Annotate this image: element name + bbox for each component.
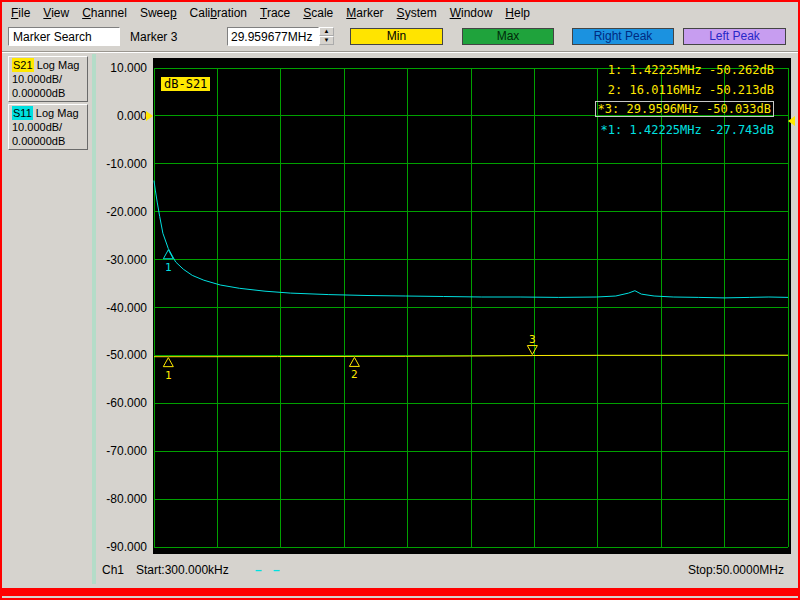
marker-frequency-input[interactable]: [227, 27, 319, 46]
bottom-red-bar: [2, 588, 798, 596]
marker-readout-3: *3: 29.9596MHz -50.033dB: [595, 101, 774, 117]
channel-label: Ch1: [102, 563, 124, 577]
trace-mode-line: S11 Log Mag: [12, 106, 84, 120]
y-axis-tick-label: 10.000: [97, 61, 147, 75]
trace-info-s11[interactable]: S11 Log Mag10.000dB/0.00000dB: [8, 104, 88, 150]
plot-area[interactable]: 1231 dB-S21 1: 1.42225MHz -50.262dB2: 16…: [153, 58, 791, 554]
y-axis-tick-label: -60.000: [97, 396, 147, 410]
marker-readout-4: *1: 1.42225MHz -27.743dB: [601, 123, 774, 137]
ref-level-pointer-right: [788, 116, 795, 126]
trace-ref-value: 0.00000dB: [12, 86, 84, 100]
trace-scale-value: 10.000dB/: [12, 72, 84, 86]
ref-level-pointer-left: [146, 111, 153, 121]
trace-ref-value: 0.00000dB: [12, 134, 84, 148]
plot-title: dB-S21: [161, 77, 210, 91]
trace-name-chip: S11: [12, 106, 33, 120]
frequency-spinner: ▲ ▼: [319, 27, 334, 46]
left-peak-button[interactable]: Left Peak: [683, 28, 786, 45]
trace-name-chip: S21: [12, 58, 34, 72]
menu-bar: FileViewChannelSweepCalibrationTraceScal…: [2, 2, 798, 24]
menu-item-file[interactable]: File: [11, 6, 30, 20]
y-axis-tick-label: 0.000: [97, 109, 147, 123]
right-peak-button[interactable]: Right Peak: [572, 28, 674, 45]
marker-number-label: Marker 3: [130, 30, 177, 44]
trace-scale-value: 10.000dB/: [12, 120, 84, 134]
toolbar-separator: [2, 51, 798, 53]
menu-item-marker[interactable]: Marker: [346, 6, 383, 20]
marker-readout-2: 2: 16.0116MHz -50.213dB: [608, 83, 774, 97]
marker-s21-1-triangle[interactable]: [163, 358, 173, 367]
y-axis-tick-label: -10.000: [97, 157, 147, 171]
marker-s21-2-number: 2: [351, 368, 358, 381]
y-axis-tick-label: -70.000: [97, 444, 147, 458]
y-axis-tick-label: -50.000: [97, 348, 147, 362]
y-axis-tick-label: -80.000: [97, 492, 147, 506]
vna-application-window: FileViewChannelSweepCalibrationTraceScal…: [0, 0, 800, 600]
max-button[interactable]: Max: [462, 28, 554, 45]
grid-lines: [154, 68, 788, 547]
menu-item-sweep[interactable]: Sweep: [140, 6, 177, 20]
trace-mode-line: S21 Log Mag: [12, 58, 84, 72]
y-axis-tick-label: -40.000: [97, 301, 147, 315]
menu-item-scale[interactable]: Scale: [303, 6, 333, 20]
menu-item-view[interactable]: View: [43, 6, 69, 20]
menu-item-help[interactable]: Help: [505, 6, 530, 20]
stop-frequency-label: Stop:50.0000MHz: [688, 563, 784, 577]
marker-readout-1: 1: 1.42225MHz -50.262dB: [608, 63, 774, 77]
marker-s21-1-number: 1: [165, 369, 172, 382]
spinner-up-button[interactable]: ▲: [319, 27, 334, 36]
marker-s21-2-triangle[interactable]: [349, 357, 359, 366]
splitter-handle[interactable]: [92, 54, 96, 584]
marker-search-dropdown[interactable]: Marker Search: [8, 27, 120, 46]
sweep-indicator: – –: [255, 563, 284, 577]
spinner-down-button[interactable]: ▼: [319, 36, 334, 45]
y-axis-tick-label: -90.000: [97, 540, 147, 554]
y-axis-tick-label: -30.000: [97, 253, 147, 267]
start-frequency-label: Start:300.000kHz: [136, 563, 229, 577]
menu-item-window[interactable]: Window: [450, 6, 493, 20]
marker-s21-3-number: 3: [529, 333, 536, 346]
toolbar: Marker Search Marker 3 ▲ ▼ MinMaxRight P…: [2, 24, 798, 51]
menu-item-calibration[interactable]: Calibration: [190, 6, 247, 20]
marker-s11-1-number: 1: [165, 261, 172, 274]
min-button[interactable]: Min: [350, 28, 443, 45]
trace-info-s21[interactable]: S21 Log Mag10.000dB/0.00000dB: [8, 56, 88, 102]
y-axis-tick-label: -20.000: [97, 205, 147, 219]
menu-item-system[interactable]: System: [397, 6, 437, 20]
menu-item-channel[interactable]: Channel: [82, 6, 127, 20]
marker-s21-3-triangle[interactable]: [527, 346, 537, 355]
menu-item-trace[interactable]: Trace: [260, 6, 290, 20]
